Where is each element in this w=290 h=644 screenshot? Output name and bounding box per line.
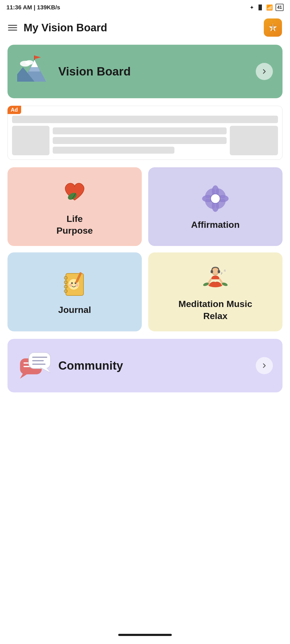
meditation-icon: ♪ ♫: [201, 263, 230, 293]
star-bookmark-icon: [268, 23, 278, 32]
meditation-card[interactable]: ♪ ♫ Meditation MusicRelax: [148, 252, 283, 331]
ad-label: Ad: [7, 106, 21, 114]
journal-label: Journal: [58, 304, 91, 316]
ad-placeholder-bottom: [12, 126, 278, 155]
life-purpose-card[interactable]: LifePurpose: [7, 167, 142, 246]
ad-lines: [53, 126, 227, 155]
svg-rect-34: [218, 270, 220, 273]
cards-grid: LifePurpose Affirmation: [7, 167, 283, 331]
mountain-icon: [17, 55, 52, 88]
journal-icon: [60, 269, 89, 298]
community-arrow-icon: [261, 362, 268, 369]
svg-text:♪: ♪: [221, 271, 223, 275]
community-left: Community: [17, 350, 123, 382]
vision-board-title: Vision Board: [58, 65, 131, 78]
svg-marker-8: [35, 55, 41, 59]
affirmation-card[interactable]: Affirmation: [148, 167, 283, 246]
life-purpose-label: LifePurpose: [56, 213, 93, 236]
menu-button[interactable]: [8, 25, 17, 31]
svg-point-28: [69, 284, 72, 287]
status-icons: ✦ ▐▌ 📶 41: [250, 4, 284, 11]
main-content: Vision Board Ad: [0, 42, 290, 403]
status-time: 11:36 AM | 139KB/s: [6, 4, 60, 11]
svg-point-35: [208, 283, 223, 287]
ad-content: [12, 116, 278, 155]
header: My Vision Board: [0, 13, 290, 42]
hamburger-line-3: [8, 30, 17, 31]
affirmation-label: Affirmation: [191, 219, 239, 230]
svg-text:♫: ♫: [224, 269, 226, 272]
ad-line-3: [53, 147, 174, 154]
wifi-icon: 📶: [266, 4, 273, 11]
hamburger-line-2: [8, 27, 17, 28]
vision-board-left: Vision Board: [17, 55, 131, 88]
community-title: Community: [58, 359, 123, 372]
heart-leaf-icon: [60, 178, 89, 207]
meditation-label: Meditation MusicRelax: [178, 298, 252, 321]
svg-point-19: [211, 194, 220, 203]
community-icon: [17, 350, 52, 382]
community-arrow[interactable]: [256, 357, 273, 374]
home-indicator: [118, 634, 172, 636]
ad-side-image: [230, 126, 278, 155]
header-left: My Vision Board: [8, 22, 107, 34]
svg-rect-0: [272, 24, 274, 31]
status-bar: 11:36 AM | 139KB/s ✦ ▐▌ 📶 41: [0, 0, 290, 13]
hamburger-line-1: [8, 25, 17, 26]
ad-thumbnail: [12, 126, 49, 155]
community-card[interactable]: Community: [7, 339, 283, 392]
ad-placeholder-row-1: [12, 116, 278, 123]
svg-rect-33: [211, 270, 213, 273]
arrow-right-icon: [261, 68, 268, 75]
battery-icon: 41: [276, 4, 284, 11]
ad-banner: Ad: [7, 106, 283, 160]
signal-icon: ▐▌: [257, 5, 264, 10]
journal-card[interactable]: Journal: [7, 252, 142, 331]
vision-board-arrow[interactable]: [256, 63, 273, 80]
ad-line-2: [53, 137, 227, 144]
bluetooth-icon: ✦: [250, 4, 254, 11]
bookmark-button[interactable]: [264, 18, 282, 37]
svg-point-2: [25, 60, 33, 65]
page-title: My Vision Board: [24, 22, 107, 34]
ad-line-1: [53, 127, 227, 134]
flower-icon: [201, 184, 230, 213]
vision-board-card[interactable]: Vision Board: [7, 45, 283, 98]
svg-point-26: [71, 282, 73, 284]
